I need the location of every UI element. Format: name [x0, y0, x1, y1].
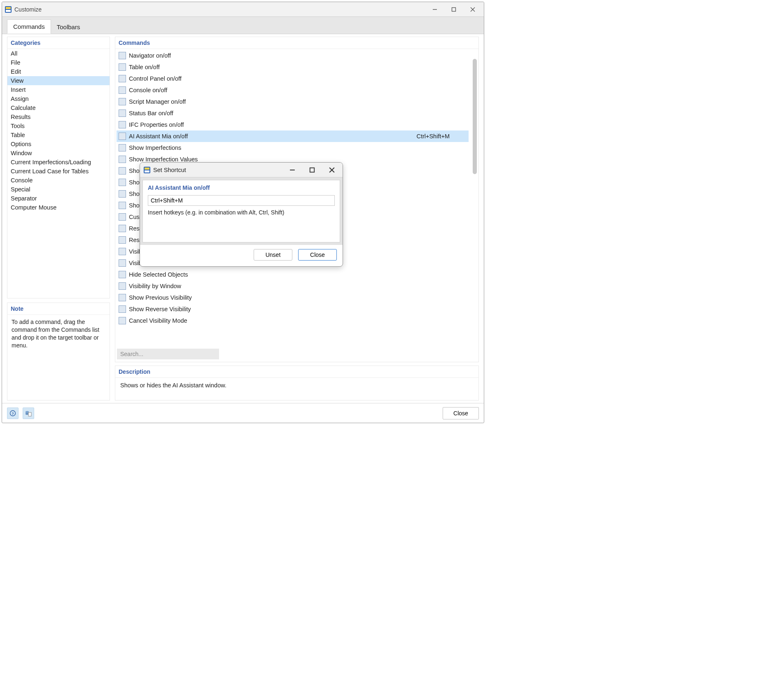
category-item[interactable]: File: [7, 58, 110, 67]
properties-button[interactable]: [23, 408, 34, 419]
command-icon: [118, 224, 126, 233]
command-row[interactable]: Status Bar on/off: [117, 107, 469, 119]
close-button[interactable]: Close: [443, 407, 479, 419]
command-row[interactable]: Show Reverse Visibility: [117, 303, 469, 315]
command-icon: [118, 167, 126, 175]
category-item[interactable]: Special: [7, 185, 110, 194]
left-column: Categories AllFileEditViewInsertAssignCa…: [7, 37, 110, 401]
dlg-close-button[interactable]: [326, 165, 338, 175]
command-row[interactable]: Table on/off: [117, 61, 469, 73]
app-icon: [5, 6, 12, 13]
category-item[interactable]: All: [7, 49, 110, 58]
command-icon: [118, 190, 126, 198]
category-item[interactable]: Console: [7, 176, 110, 185]
category-item[interactable]: Calculate: [7, 103, 110, 112]
command-row[interactable]: Navigator on/off: [117, 50, 469, 61]
tab-commands[interactable]: Commands: [7, 19, 51, 34]
command-icon: [118, 98, 126, 106]
dlg-title: Set Shortcut: [153, 167, 186, 173]
category-item[interactable]: Current Imperfections/Loading: [7, 158, 110, 167]
command-icon: [118, 75, 126, 83]
command-row[interactable]: IFC Properties on/off: [117, 119, 469, 130]
command-icon: [118, 236, 126, 244]
command-row[interactable]: Script Manager on/off: [117, 96, 469, 107]
command-icon: [118, 144, 126, 152]
search-input[interactable]: [117, 349, 219, 359]
command-row[interactable]: Show Previous Visibility: [117, 292, 469, 303]
command-row[interactable]: Hide Selected Objects: [117, 269, 469, 280]
dlg-command-label: AI Assistant Mia on/off: [148, 184, 335, 191]
window-title: Customize: [14, 6, 42, 13]
command-icon: [118, 247, 126, 256]
command-label: Navigator on/off: [129, 52, 466, 59]
category-item[interactable]: Options: [7, 140, 110, 149]
command-row[interactable]: AI Assistant Mia on/offCtrl+Shift+M: [117, 130, 469, 142]
command-icon: [118, 317, 126, 325]
command-icon: [118, 305, 126, 313]
dlg-titlebar: Set Shortcut: [140, 163, 343, 177]
category-item[interactable]: Table: [7, 130, 110, 140]
dlg-close-button-footer[interactable]: Close: [298, 249, 337, 261]
command-label: Show Previous Visibility: [129, 294, 466, 301]
window-controls: [425, 3, 482, 16]
category-item[interactable]: Window: [7, 149, 110, 158]
svg-rect-1: [6, 7, 11, 9]
command-label: Cancel Visibility Mode: [129, 317, 466, 324]
dlg-minimize-button[interactable]: [287, 165, 298, 175]
shortcut-input[interactable]: [148, 195, 335, 206]
category-item[interactable]: Assign: [7, 94, 110, 103]
command-label: Control Panel on/off: [129, 75, 466, 82]
command-label: AI Assistant Mia on/off: [129, 133, 414, 140]
command-icon: [118, 155, 126, 163]
category-item[interactable]: Edit: [7, 67, 110, 76]
command-icon: [118, 270, 126, 279]
command-row[interactable]: Show Imperfections: [117, 142, 469, 154]
command-label: Console on/off: [129, 87, 466, 93]
maximize-button[interactable]: [444, 3, 463, 16]
category-item[interactable]: Current Load Case for Tables: [7, 167, 110, 176]
categories-list[interactable]: AllFileEditViewInsertAssignCalculateResu…: [7, 49, 110, 212]
category-item[interactable]: Insert: [7, 85, 110, 94]
command-icon: [118, 213, 126, 221]
command-label: Show Reverse Visibility: [129, 306, 466, 312]
svg-rect-17: [310, 168, 315, 172]
category-item[interactable]: View: [7, 76, 110, 85]
categories-header: Categories: [7, 37, 110, 49]
category-item[interactable]: Separator: [7, 194, 110, 203]
command-row[interactable]: Console on/off: [117, 84, 469, 96]
description-panel: Description Shows or hides the AI Assist…: [115, 366, 479, 401]
command-row[interactable]: Control Panel on/off: [117, 73, 469, 84]
help-button[interactable]: ?: [7, 408, 19, 419]
note-header: Note: [7, 303, 110, 315]
command-icon: [118, 86, 126, 94]
command-row[interactable]: Visibility by Window: [117, 280, 469, 292]
tabstrip: Commands Toolbars: [2, 17, 484, 34]
minimize-button[interactable]: [425, 3, 444, 16]
unset-button[interactable]: Unset: [254, 249, 292, 261]
close-window-button[interactable]: [463, 3, 482, 16]
command-label: IFC Properties on/off: [129, 121, 466, 128]
command-label: Table on/off: [129, 64, 466, 70]
dlg-maximize-button[interactable]: [306, 165, 318, 175]
command-label: Hide Selected Objects: [129, 271, 466, 278]
command-label: Status Bar on/off: [129, 110, 466, 116]
command-row[interactable]: Cancel Visibility Mode: [117, 315, 469, 326]
svg-rect-2: [6, 10, 11, 12]
command-icon: [118, 178, 126, 186]
svg-rect-12: [28, 412, 31, 416]
category-item[interactable]: Results: [7, 112, 110, 121]
category-item[interactable]: Computer Mouse: [7, 203, 110, 212]
command-label: Visibility by Window: [129, 283, 466, 289]
svg-rect-15: [145, 170, 149, 172]
scrollbar[interactable]: [473, 59, 477, 174]
description-header: Description: [115, 366, 478, 378]
command-label: Show Imperfections: [129, 144, 466, 151]
titlebar: Customize: [2, 2, 484, 17]
svg-rect-4: [452, 7, 456, 11]
commands-header: Commands: [115, 37, 478, 49]
svg-text:?: ?: [12, 411, 14, 415]
categories-panel: Categories AllFileEditViewInsertAssignCa…: [7, 37, 110, 298]
set-shortcut-dialog: Set Shortcut AI Assistant Mia on/off Ins…: [140, 162, 343, 267]
category-item[interactable]: Tools: [7, 121, 110, 130]
tab-toolbars[interactable]: Toolbars: [51, 20, 86, 34]
